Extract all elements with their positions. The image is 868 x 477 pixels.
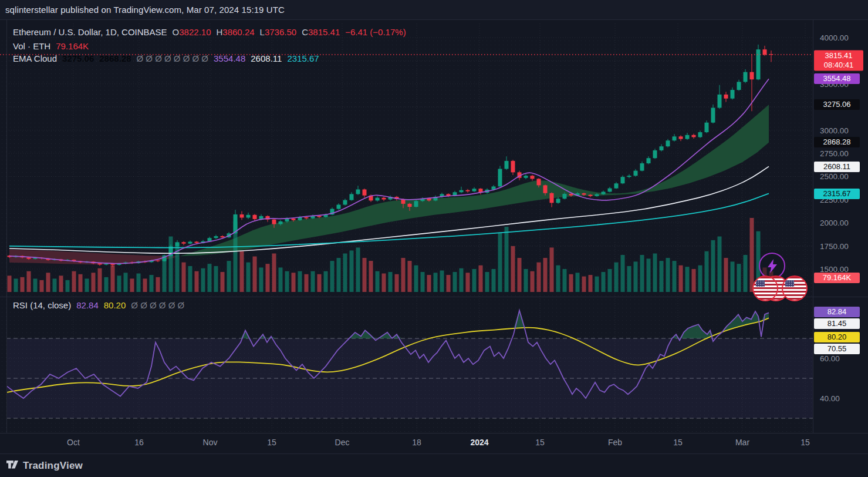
price-rsi-plot[interactable] xyxy=(0,0,868,477)
cloud-fast-badge: 3275.06 xyxy=(814,99,860,110)
rsi-upper-badge: 81.45 xyxy=(814,318,860,329)
time-axis[interactable]: Oct16Nov15Dec18202415Feb15Mar15 xyxy=(0,433,813,454)
ema-cloud-label: EMA Cloud xyxy=(13,53,57,63)
priceaxis-separator xyxy=(813,19,813,433)
volume-label: Vol · ETH xyxy=(13,41,50,51)
tradingview-published-chart: sqlinterstellar published on TradingView… xyxy=(0,0,868,477)
time-axis-label: Feb xyxy=(608,438,622,447)
cloud-slow-badge: 2868.28 xyxy=(814,137,860,147)
ema-cloud-fast-value: 3275.06 xyxy=(62,53,94,63)
time-axis-label: Mar xyxy=(735,438,749,447)
high-label: H xyxy=(217,27,223,37)
rsi-label: RSI (14, close) xyxy=(13,300,71,310)
rsi-ma-badge: 80.20 xyxy=(814,332,860,342)
rsi-legend-row: RSI (14, close) 82.84 80.20 Ø Ø Ø Ø Ø Ø xyxy=(13,300,184,310)
ema-cyan-value: 2315.67 xyxy=(287,53,319,63)
plot-left-border xyxy=(6,19,7,433)
ema-cyan-badge: 2315.67 xyxy=(814,189,860,199)
lightning-icon xyxy=(766,258,779,274)
volume-value: 79.164K xyxy=(56,41,89,51)
price-axis-label: 2500.00 xyxy=(820,172,849,181)
time-axis-label: 16 xyxy=(134,438,144,447)
rsi-axis-label: 60.00 xyxy=(820,354,840,363)
volume-badge: 79.164K xyxy=(814,273,860,283)
tradingview-logo-text: TradingView xyxy=(23,460,83,472)
ema-hidden-plots: Ø Ø Ø Ø Ø Ø Ø Ø xyxy=(137,53,209,63)
rsi-value-badge: 82.84 xyxy=(814,307,860,317)
price-axis-label: 2750.00 xyxy=(820,149,849,158)
price-axis-label: 1750.00 xyxy=(820,241,849,250)
rsi-hidden-plots: Ø Ø Ø Ø Ø Ø xyxy=(131,300,184,310)
change-value: −6.41 (−0.17%) xyxy=(345,27,406,37)
close-label: C xyxy=(302,27,308,37)
ema-white-value: 2608.11 xyxy=(251,53,282,63)
low-label: L xyxy=(260,27,265,37)
symbol-title: Ethereum / U.S. Dollar, 1D, COINBASE xyxy=(13,27,167,37)
bottom-toolbar: TradingView xyxy=(0,454,868,477)
time-axis-label: 15 xyxy=(535,438,545,447)
low-value: 3736.50 xyxy=(265,27,296,37)
high-value: 3860.24 xyxy=(222,27,254,37)
rsi-value: 82.84 xyxy=(76,300,99,310)
time-axis-label: Oct xyxy=(67,438,80,447)
open-label: O xyxy=(173,27,180,37)
time-axis-label: 15 xyxy=(801,438,810,447)
chart-canvas[interactable] xyxy=(0,19,868,454)
time-axis-label: 15 xyxy=(267,438,276,447)
volume-legend-row: Vol · ETH 79.164K xyxy=(13,41,89,51)
countdown-timer: 08:40:41 xyxy=(814,61,863,70)
header-separator xyxy=(0,19,868,20)
pane-resize-handle[interactable] xyxy=(0,297,868,297)
rsi-axis-label: 40.00 xyxy=(820,394,840,403)
tradingview-logo-icon xyxy=(6,460,19,472)
open-value: 3822.10 xyxy=(179,27,211,37)
time-axis-label: 2024 xyxy=(470,438,488,447)
time-axis-label: Nov xyxy=(203,438,218,447)
time-axis-label: 15 xyxy=(673,438,683,447)
price-axis-label: 3000.00 xyxy=(820,126,849,135)
price-axis-label: 4000.00 xyxy=(820,33,849,42)
ema-cloud-legend-row: EMA Cloud 3275.06 2868.28 Ø Ø Ø Ø Ø Ø Ø … xyxy=(13,53,319,63)
ema-purple-badge: 3554.48 xyxy=(814,73,860,84)
ema-cloud-slow-value: 2868.28 xyxy=(99,53,131,63)
tradingview-logo[interactable]: TradingView xyxy=(6,460,83,472)
close-value: 3815.41 xyxy=(308,27,340,37)
ema-purple-value: 3554.48 xyxy=(214,53,245,63)
timeaxis-separator xyxy=(0,433,868,434)
ema-white-badge: 2608.11 xyxy=(814,162,860,172)
price-axis[interactable]: 4000.003750.003500.003250.003000.002750.… xyxy=(813,19,868,433)
price-axis-label: 2000.00 xyxy=(820,219,849,227)
time-axis-label: 18 xyxy=(412,438,421,447)
economic-event-flag-icon[interactable] xyxy=(782,276,808,301)
time-axis-label: Dec xyxy=(335,438,350,447)
economic-event-flag-icon[interactable] xyxy=(752,276,778,301)
rsi-ma-value: 80.20 xyxy=(104,300,126,310)
last-price-badge: 3815.4108:40:41 xyxy=(814,51,863,71)
rsi-lower-badge: 70.55 xyxy=(814,344,860,354)
symbol-legend-row: Ethereum / U.S. Dollar, 1D, COINBASE O38… xyxy=(13,27,406,37)
